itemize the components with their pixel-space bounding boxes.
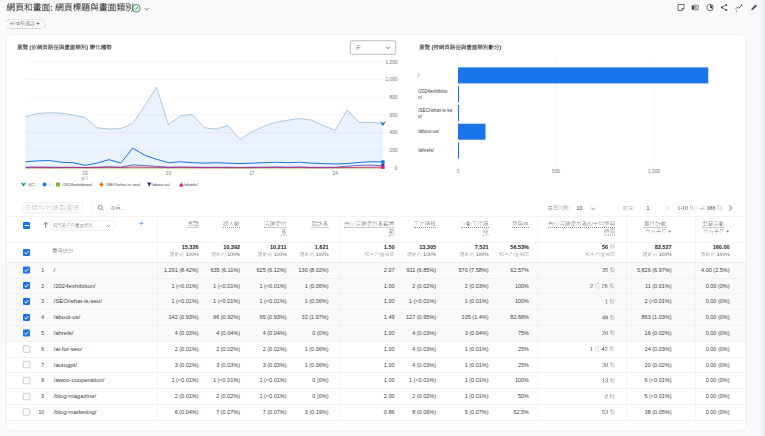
svg-text:/about-us/: /about-us/ [418,129,440,134]
svg-text:0: 0 [457,169,460,174]
svg-text:/ahrefs/: /ahrefs/ [184,182,199,187]
svg-text:03: 03 [82,171,88,176]
svg-text:n/: n/ [418,95,423,100]
svg-text:/: / [418,73,420,78]
svg-text:0: 0 [395,166,398,171]
svg-text:/ahrefs/: /ahrefs/ [418,148,435,153]
svg-text:/SEO/what-is-se: /SEO/what-is-se [418,108,453,113]
svg-text:1,000: 1,000 [648,169,660,174]
svg-text:/SEO/what-is-seo/: /SEO/what-is-seo/ [106,182,141,187]
svg-text:/about-us/: /about-us/ [152,182,172,187]
svg-text:200: 200 [390,148,398,153]
svg-text:24: 24 [333,171,339,176]
svg-text:800: 800 [390,95,398,100]
svg-text:/2024exhibitio: /2024exhibitio [418,89,448,94]
svg-text:10: 10 [166,171,172,176]
svg-text:600: 600 [390,113,398,118]
svg-text:400: 400 [390,130,398,135]
svg-text:500: 500 [552,169,560,174]
svg-text:1,200: 1,200 [386,60,398,65]
svg-text:1,000: 1,000 [386,77,398,82]
svg-text:o/: o/ [418,114,423,119]
svg-text:17: 17 [249,171,255,176]
svg-text:/2024exhibition/: /2024exhibition/ [63,182,94,187]
svg-text:/: / [49,182,51,187]
